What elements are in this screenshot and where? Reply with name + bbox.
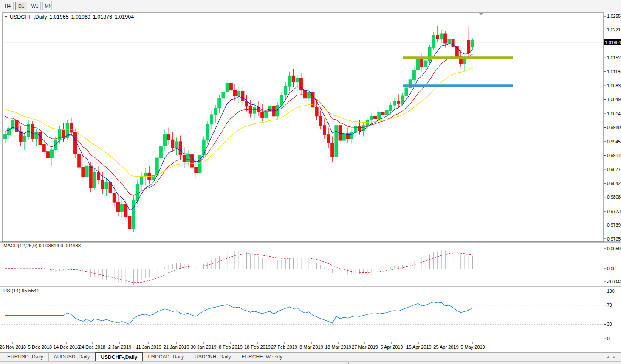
- candle-body: [234, 90, 237, 96]
- candle-body: [144, 173, 147, 177]
- price-axis-tick-label: 0.97730: [607, 209, 621, 214]
- candle-body: [350, 132, 353, 139]
- ohlc-close: 1.01904: [115, 14, 134, 20]
- candle-body: [101, 180, 104, 189]
- candle-body: [471, 40, 474, 46]
- candle-body: [42, 145, 45, 152]
- chart-tab-usdcad-daily[interactable]: USDCAD-,Daily: [143, 353, 189, 361]
- rsi-axis-tick-label: 100: [607, 288, 615, 294]
- timeframe-button-w1[interactable]: W1: [29, 2, 41, 10]
- candle-body: [214, 108, 217, 115]
- chart-tab-bar: EURUSD-,DailyAUDUSD-,DailyUSDCHF-,DailyU…: [0, 352, 621, 361]
- macd-axis-tick-label: 0.00597: [607, 246, 621, 251]
- chart-dropdown-icon[interactable]: ▼: [4, 15, 8, 19]
- candle-body: [171, 140, 174, 148]
- candle-body: [51, 150, 54, 158]
- candle-body: [389, 105, 392, 110]
- strip-tick: [348, 362, 349, 364]
- candle-body: [195, 167, 198, 173]
- candle-body: [381, 112, 384, 115]
- candle-body: [222, 92, 225, 98]
- candle-body: [89, 166, 92, 188]
- chart-tab-usdcnh-daily[interactable]: USDCNH-,Daily: [189, 353, 236, 361]
- date-axis-tick-label: 18 Mar 2019: [325, 344, 351, 350]
- candle-body: [397, 101, 400, 103]
- candle-body: [378, 112, 381, 118]
- price-axis-tick-label: 1.01180: [607, 69, 621, 74]
- candle-body: [241, 91, 244, 101]
- candle-body: [163, 135, 166, 146]
- macd-value-main: 0.003814: [39, 243, 59, 248]
- strip-tick: [475, 362, 475, 364]
- strip-tick: [221, 362, 221, 364]
- candle-body: [292, 76, 295, 82]
- candle-body: [82, 167, 85, 177]
- candle-body: [159, 146, 162, 158]
- mt4-window: 1.025501.022101.018701.015201.011801.008…: [0, 0, 621, 364]
- candle-body: [85, 166, 88, 177]
- candle-body: [113, 193, 116, 202]
- chart-title: ▼USDCHF-,Daily1.019651.019691.018761.019…: [4, 14, 134, 20]
- candle-body: [288, 76, 291, 86]
- candle-body: [128, 216, 131, 229]
- candle-body: [467, 40, 470, 53]
- candle-body: [152, 175, 155, 180]
- date-axis-tick-label: 8 Mar 2019: [299, 344, 323, 350]
- candle-body: [210, 115, 213, 124]
- candle-body: [46, 152, 49, 158]
- macd-value-signal: 0.004638: [60, 243, 81, 248]
- price-axis-tick-label: 1.00490: [607, 97, 621, 102]
- timeframe-toolbar: H4D1W1MN: [0, 0, 621, 12]
- candle-body: [374, 116, 377, 119]
- candle-body: [78, 154, 81, 168]
- price-axis-tick-label: 0.99800: [607, 125, 621, 130]
- chart-tab-usdchf-daily[interactable]: USDCHF-,Daily: [95, 352, 143, 361]
- candle-body: [335, 126, 338, 157]
- candle-body: [304, 90, 307, 98]
- candle-body: [148, 173, 151, 180]
- rsi-indicator-label: RSI(14) 65.5541: [3, 288, 39, 293]
- candle-body: [432, 35, 435, 48]
- candle-body: [315, 107, 318, 116]
- toolbar-separator: [51, 1, 52, 10]
- rsi-axis-tick-label: 0: [607, 336, 610, 341]
- candle-body: [167, 135, 170, 140]
- candle-body: [412, 70, 415, 80]
- tab-scroll-right-icon[interactable]: ►: [612, 355, 618, 359]
- timeframe-button-h4[interactable]: H4: [2, 2, 14, 10]
- date-axis-tick-label: 5 Dec 2018: [28, 344, 52, 350]
- date-axis-tick-label: 24 Dec 2018: [79, 344, 105, 350]
- candle-body: [245, 101, 248, 106]
- candle-body: [70, 123, 73, 132]
- date-axis-tick-label: 15 Apr 2019: [406, 344, 431, 350]
- chart-tab-eurusd-daily[interactable]: EURUSD-,Daily: [2, 353, 49, 361]
- candle-body: [421, 59, 423, 67]
- chart-tab-audusd-daily[interactable]: AUDUSD-,Daily: [49, 353, 96, 361]
- candle-body: [206, 124, 209, 140]
- chart-tab-eurchf-weekly[interactable]: EURCHF-,Weekly: [236, 353, 288, 361]
- date-axis-tick-label: 30 Jan 2019: [191, 344, 217, 350]
- timeframe-button-d1[interactable]: D1: [15, 2, 27, 10]
- price-axis-tick-label: 1.02550: [607, 14, 621, 19]
- candle-body: [440, 34, 443, 38]
- tab-scroll-left-icon[interactable]: ◄: [606, 355, 612, 359]
- candle-body: [124, 204, 127, 217]
- candle-body: [327, 135, 330, 143]
- price-axis-tick-label: 0.98420: [607, 181, 621, 186]
- candle-body: [417, 59, 420, 70]
- date-axis-tick-label: 26 Nov 2018: [0, 344, 26, 350]
- rsi-axis-tick-label: 70: [607, 302, 612, 308]
- candle-body: [62, 129, 65, 137]
- candle-body: [342, 134, 345, 140]
- price-axis-tick-label: 1.00140: [607, 111, 621, 116]
- candle-body: [405, 88, 408, 96]
- date-axis-tick-label: 5 May 2019: [460, 344, 485, 350]
- candle-body: [116, 202, 119, 212]
- rsi-axis-tick-label: 30: [607, 322, 612, 327]
- date-axis-tick-label: 25 Apr 2019: [433, 344, 458, 350]
- candle-body: [136, 184, 139, 200]
- candle-body: [436, 35, 439, 39]
- candle-body: [261, 112, 264, 117]
- timeframe-button-mn[interactable]: MN: [42, 2, 54, 10]
- chart-area[interactable]: 1.025501.022101.018701.015201.011801.008…: [0, 0, 621, 364]
